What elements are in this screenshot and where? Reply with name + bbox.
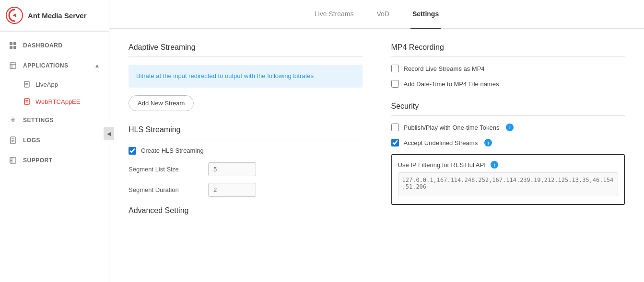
advanced-setting-title: Advanced Setting xyxy=(129,206,363,215)
mp4-recording-title: MP4 Recording xyxy=(391,43,625,57)
file-red-icon xyxy=(23,98,31,105)
sidebar-item-dashboard-label: DASHBOARD xyxy=(23,42,63,49)
tab-settings[interactable]: Settings xyxy=(410,0,441,29)
add-datetime-checkbox[interactable] xyxy=(391,80,399,88)
adaptive-streaming-desc: Bitrate at the input redirected to outpu… xyxy=(129,65,363,88)
hls-section: Create HLS Streaming Segment List Size S… xyxy=(129,147,363,197)
add-datetime-label: Add Date-Time to MP4 File names xyxy=(404,80,499,88)
tab-vod[interactable]: VoD xyxy=(375,0,391,29)
sidebar: Ant Media Server DASHBOARD APPLICATIONS … xyxy=(0,0,109,282)
tab-live-streams[interactable]: Live Streams xyxy=(313,0,356,29)
sidebar-item-liveapp-label: LiveApp xyxy=(35,81,58,88)
ant-media-logo-icon xyxy=(6,7,23,24)
sidebar-item-support[interactable]: SUPPORT xyxy=(0,150,109,170)
svg-rect-5 xyxy=(10,63,16,68)
one-time-tokens-info-icon[interactable]: i xyxy=(506,124,514,131)
grid-icon xyxy=(9,41,17,50)
segment-list-input[interactable] xyxy=(208,162,256,176)
add-new-stream-button[interactable]: Add New Stream xyxy=(129,95,194,111)
sidebar-item-settings-label: SETTINGS xyxy=(23,117,54,124)
create-hls-checkbox[interactable] xyxy=(129,147,136,155)
segment-list-label: Segment List Size xyxy=(129,166,200,173)
create-hls-row: Create HLS Streaming xyxy=(129,147,363,155)
segment-duration-row: Segment Duration xyxy=(129,183,363,197)
sidebar-item-dashboard[interactable]: DASHBOARD xyxy=(0,35,109,56)
accept-undefined-label: Accept Undefined Streams xyxy=(404,139,478,147)
segment-duration-label: Segment Duration xyxy=(129,186,200,193)
add-datetime-row: Add Date-Time to MP4 File names xyxy=(391,80,625,88)
ip-filter-info-icon[interactable]: i xyxy=(491,161,498,169)
gear-icon xyxy=(9,116,17,124)
file-icon xyxy=(23,80,31,88)
segment-duration-input[interactable] xyxy=(208,183,256,197)
sidebar-item-support-label: SUPPORT xyxy=(23,157,53,164)
svg-rect-11 xyxy=(24,99,29,104)
record-live-row: Record Live Streams as MP4 xyxy=(391,65,625,72)
main-content: Live Streams VoD Settings Adaptive Strea… xyxy=(109,0,644,282)
segment-list-row: Segment List Size xyxy=(129,162,363,176)
ip-filter-box: Use IP Filtering for RESTful API i xyxy=(391,154,625,205)
sidebar-collapse-button[interactable]: ◀ xyxy=(104,127,114,140)
sidebar-item-logs[interactable]: LOGS xyxy=(0,130,109,150)
page-content: Adaptive Streaming Bitrate at the input … xyxy=(109,29,644,282)
sidebar-item-applications[interactable]: APPLICATIONS ▲ xyxy=(0,56,109,76)
sidebar-item-logs-label: LOGS xyxy=(23,137,40,144)
accept-undefined-row: Accept Undefined Streams i xyxy=(391,139,625,147)
ip-filter-label-row: Use IP Filtering for RESTful API i xyxy=(398,161,619,169)
chevron-up-icon: ▲ xyxy=(94,62,100,69)
sidebar-logo: Ant Media Server xyxy=(0,0,109,31)
sidebar-item-webrtcappee-label: WebRTCAppEE xyxy=(35,98,80,105)
accept-undefined-checkbox[interactable] xyxy=(391,139,399,147)
left-panel: Adaptive Streaming Bitrate at the input … xyxy=(129,43,363,268)
svg-rect-3 xyxy=(10,46,12,49)
doc-icon xyxy=(9,136,17,145)
svg-rect-4 xyxy=(13,46,16,49)
record-live-checkbox[interactable] xyxy=(391,65,399,72)
record-live-label: Record Live Streams as MP4 xyxy=(404,65,485,72)
app-title: Ant Media Server xyxy=(28,11,87,20)
ip-filter-label-text: Use IP Filtering for RESTful API xyxy=(398,161,486,169)
sidebar-nav: DASHBOARD APPLICATIONS ▲ LiveApp WebR xyxy=(0,32,109,174)
sidebar-item-applications-label: APPLICATIONS xyxy=(23,62,68,69)
svg-rect-1 xyxy=(10,42,12,45)
chevron-left-icon: ◀ xyxy=(107,131,111,137)
sidebar-item-liveapp[interactable]: LiveApp xyxy=(0,76,109,93)
support-icon xyxy=(9,156,17,165)
security-title: Security xyxy=(391,102,625,116)
svg-rect-8 xyxy=(24,81,29,87)
one-time-tokens-label: Publish/Play with One-time Tokens xyxy=(404,124,500,131)
one-time-tokens-row: Publish/Play with One-time Tokens i xyxy=(391,124,625,131)
adaptive-streaming-title: Adaptive Streaming xyxy=(129,43,363,57)
box-icon xyxy=(9,61,17,70)
one-time-tokens-checkbox[interactable] xyxy=(391,124,399,131)
right-panel: MP4 Recording Record Live Streams as MP4… xyxy=(391,43,625,268)
mp4-section: MP4 Recording Record Live Streams as MP4… xyxy=(391,43,625,88)
create-hls-label: Create HLS Streaming xyxy=(141,147,204,154)
ip-filter-textarea[interactable] xyxy=(398,172,619,196)
sidebar-item-webrtcappee[interactable]: WebRTCAppEE xyxy=(0,93,109,110)
accept-undefined-info-icon[interactable]: i xyxy=(484,139,492,147)
security-section: Security Publish/Play with One-time Toke… xyxy=(391,102,625,205)
hls-streaming-title: HLS Streaming xyxy=(129,125,363,139)
tabs-bar: Live Streams VoD Settings xyxy=(109,0,644,29)
sidebar-item-settings[interactable]: SETTINGS xyxy=(0,110,109,130)
svg-rect-2 xyxy=(13,42,16,45)
